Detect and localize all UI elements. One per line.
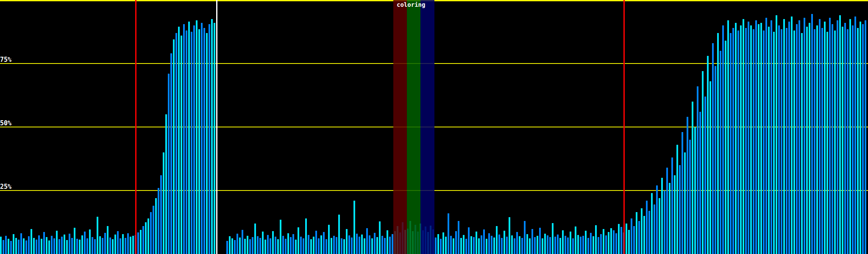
bar xyxy=(862,24,864,254)
bar xyxy=(811,14,813,254)
bar xyxy=(41,239,42,254)
bar xyxy=(48,240,50,254)
bar xyxy=(798,20,800,254)
bar xyxy=(206,33,208,254)
bar xyxy=(771,20,772,254)
bar xyxy=(43,232,45,254)
bar xyxy=(776,15,777,254)
bar xyxy=(168,74,170,254)
red-marker-1 xyxy=(135,0,136,254)
bar xyxy=(641,208,643,254)
bar xyxy=(476,232,477,254)
bar xyxy=(577,235,579,254)
bar xyxy=(181,36,182,254)
white-marker xyxy=(216,0,217,254)
bar xyxy=(778,25,780,254)
bar xyxy=(262,232,264,254)
bar xyxy=(684,152,686,254)
bar xyxy=(570,232,571,254)
bar xyxy=(201,23,203,254)
bar xyxy=(562,230,564,254)
bar xyxy=(837,20,838,254)
bar xyxy=(501,238,503,254)
bar xyxy=(786,28,787,254)
bar xyxy=(25,240,27,254)
bar xyxy=(310,239,312,254)
bar xyxy=(287,233,289,254)
bar xyxy=(664,190,665,254)
bar xyxy=(442,232,444,254)
bar xyxy=(99,236,101,254)
bar xyxy=(847,29,849,254)
bar xyxy=(234,240,236,254)
bar xyxy=(549,237,551,254)
bar xyxy=(61,237,63,254)
bar xyxy=(636,212,637,254)
bar xyxy=(509,217,510,254)
bar xyxy=(656,185,658,254)
bar xyxy=(371,238,373,254)
bar xyxy=(631,218,632,254)
bar xyxy=(333,236,335,254)
bar xyxy=(51,236,53,254)
bar xyxy=(491,236,492,254)
bar xyxy=(267,235,269,254)
bar xyxy=(437,234,439,254)
bar xyxy=(628,230,630,254)
bar xyxy=(521,238,523,254)
color-band-1 xyxy=(407,0,420,254)
bar xyxy=(498,235,500,254)
bar xyxy=(730,33,732,254)
bar xyxy=(361,235,363,254)
bar xyxy=(389,237,391,254)
bar xyxy=(679,165,681,254)
bar xyxy=(81,235,83,254)
bar xyxy=(173,39,175,254)
bar xyxy=(860,22,861,254)
bar xyxy=(359,237,360,254)
bar xyxy=(572,238,574,254)
bar xyxy=(781,29,782,254)
bar xyxy=(712,43,714,254)
bar xyxy=(120,238,121,254)
bar xyxy=(259,238,261,254)
bar xyxy=(320,235,322,254)
bar xyxy=(486,239,487,254)
bar xyxy=(626,224,627,254)
bar xyxy=(682,132,683,254)
color-band-0 xyxy=(393,0,407,254)
bar xyxy=(646,201,648,254)
bar xyxy=(331,238,332,254)
bar xyxy=(791,17,793,254)
bar xyxy=(613,230,615,254)
bar xyxy=(465,239,467,254)
bar xyxy=(315,231,317,254)
bar xyxy=(610,228,612,254)
bar xyxy=(534,237,536,254)
bar xyxy=(832,24,833,254)
bar xyxy=(226,241,228,254)
bar xyxy=(254,224,256,254)
bar xyxy=(659,198,660,254)
bar xyxy=(150,212,152,254)
bar xyxy=(537,236,538,254)
bar xyxy=(31,229,32,254)
bar xyxy=(618,224,620,254)
bar xyxy=(15,238,17,254)
bar xyxy=(643,216,645,254)
bar xyxy=(585,231,587,254)
bar xyxy=(709,81,711,254)
bar xyxy=(107,226,108,254)
bar xyxy=(231,238,233,254)
bar xyxy=(318,238,320,254)
bar xyxy=(109,237,111,254)
bar xyxy=(282,236,284,254)
bar xyxy=(448,213,449,254)
bar xyxy=(114,235,116,254)
bar xyxy=(755,20,757,254)
bar xyxy=(565,236,566,254)
bar xyxy=(735,23,737,254)
bar xyxy=(292,234,294,254)
bar xyxy=(559,238,561,254)
bar xyxy=(511,235,513,254)
